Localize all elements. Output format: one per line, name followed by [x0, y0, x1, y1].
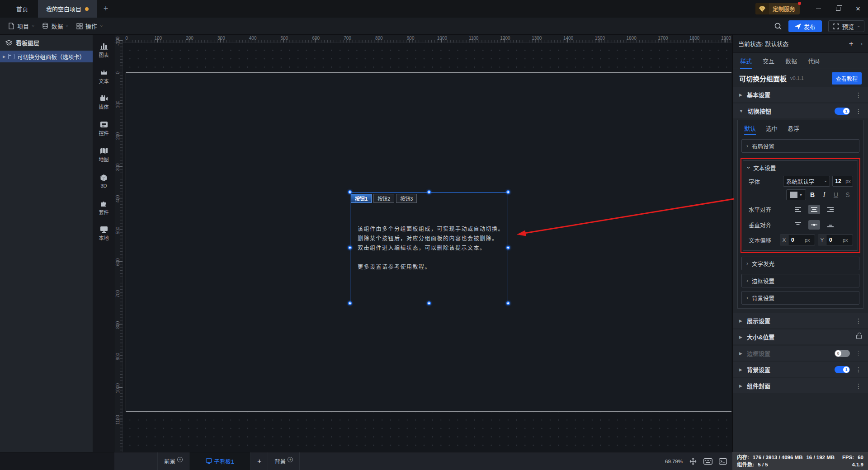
font-size-input[interactable]: 12 px	[832, 176, 853, 187]
menu-operations[interactable]: 操作›	[76, 22, 102, 30]
fit-screen-icon[interactable]	[689, 458, 697, 465]
component-toolbar: 图表 文本 媒体 控件 地图 3D 套件 本地	[93, 35, 114, 452]
caret-right-icon: ▶	[739, 351, 742, 356]
resize-handle-nw[interactable]	[348, 190, 352, 194]
resize-handle-se[interactable]	[506, 301, 510, 305]
resize-handle-sw[interactable]	[348, 301, 352, 305]
tool-3d[interactable]: 3D	[93, 169, 114, 193]
tool-media[interactable]: 媒体	[93, 91, 114, 114]
tab-interaction[interactable]: 交互	[763, 53, 774, 69]
tab-button-3[interactable]: 按钮3	[396, 194, 417, 203]
add-foreground-icon[interactable]: +	[177, 457, 183, 462]
align-top-button[interactable]	[792, 220, 804, 230]
tab-home[interactable]: 首页	[6, 0, 38, 18]
tab-button-1[interactable]: 按钮1	[351, 194, 372, 203]
section-display-settings[interactable]: ▶ 展示设置 ⋮	[733, 313, 868, 328]
font-color-picker[interactable]: ▼	[786, 189, 806, 200]
component-version: v0.1.1	[790, 75, 804, 81]
border-settings-toggle[interactable]: 0	[835, 350, 850, 357]
menu-data[interactable]: 数据›	[42, 22, 68, 30]
search-icon[interactable]	[774, 22, 782, 30]
minimize-button[interactable]	[808, 0, 828, 18]
tool-widgets[interactable]: 控件	[93, 117, 114, 141]
kebab-menu-icon[interactable]: ⋮	[855, 382, 862, 390]
tool-local[interactable]: 本地	[93, 222, 114, 245]
kebab-menu-icon[interactable]: ⋮	[855, 91, 862, 99]
tab-data[interactable]: 数据	[785, 53, 797, 69]
kebab-menu-icon[interactable]: ⋮	[855, 108, 862, 115]
resize-handle-w[interactable]	[348, 246, 352, 249]
expand-caret-icon[interactable]: ▶	[3, 55, 5, 59]
subsection-background-settings[interactable]: › 背景设置	[741, 291, 859, 305]
resize-handle-ne[interactable]	[506, 190, 510, 194]
section-switch-buttons[interactable]: ▼ 切换按钮 1 ⋮	[733, 103, 868, 118]
resize-handle-s[interactable]	[427, 301, 431, 305]
tool-charts[interactable]: 图表	[93, 38, 114, 62]
section-background-settings[interactable]: ▶ 背景设置 1 ⋮	[733, 362, 868, 377]
subsection-layout-settings[interactable]: › 布局设置	[741, 139, 859, 153]
background-settings-toggle[interactable]: 1	[835, 366, 850, 373]
text-offset-row: 文本偏移 X 0 px Y 0 px	[743, 232, 858, 248]
background-tab[interactable]: 背景 +	[268, 452, 300, 470]
tab-code[interactable]: 代码	[808, 53, 820, 69]
align-right-button[interactable]	[825, 205, 836, 214]
kebab-menu-icon[interactable]: ⋮	[855, 350, 862, 357]
preview-button[interactable]: 预览 ›	[828, 20, 864, 32]
component-count-value: 5 / 5	[758, 461, 768, 468]
tool-text[interactable]: 文本	[93, 65, 114, 88]
restore-button[interactable]	[828, 0, 848, 18]
switch-buttons-toggle[interactable]: 1	[835, 108, 850, 115]
add-background-icon[interactable]: +	[288, 457, 293, 462]
align-center-button[interactable]	[808, 205, 820, 214]
text-settings-header[interactable]: › 文本设置	[743, 161, 858, 174]
add-subboard-button[interactable]: +	[251, 452, 268, 470]
close-button[interactable]: ✕	[848, 0, 868, 18]
tab-project[interactable]: 我的空白项目	[38, 0, 97, 18]
tab-button-2[interactable]: 按钮2	[373, 194, 394, 203]
chevron-right-icon[interactable]: ›	[861, 40, 863, 47]
italic-button[interactable]: I	[819, 191, 830, 198]
lock-icon[interactable]	[856, 335, 862, 339]
tool-map[interactable]: 地图	[93, 143, 114, 167]
offset-x-input[interactable]: X 0 px	[780, 235, 815, 245]
tab-style[interactable]: 样式	[740, 53, 752, 69]
tutorial-button[interactable]: 查看教程	[832, 72, 862, 85]
subboard-tab[interactable]: 子看板1	[189, 452, 251, 470]
tool-kits[interactable]: 套件	[93, 196, 114, 219]
zoom-percentage[interactable]: 69.79%	[665, 459, 683, 464]
resize-handle-e[interactable]	[506, 246, 510, 249]
underline-button[interactable]: U	[830, 191, 841, 198]
offset-y-input[interactable]: Y 0 px	[818, 235, 853, 245]
publish-button[interactable]: 发布	[788, 20, 822, 32]
layer-item-tab-panel[interactable]: ▶ 可切换分组面板（选项卡）	[0, 51, 93, 62]
chevron-down-icon: ›	[31, 25, 36, 27]
kebab-menu-icon[interactable]: ⋮	[855, 366, 862, 373]
bold-button[interactable]: B	[807, 191, 818, 198]
align-left-button[interactable]	[792, 205, 804, 214]
section-basic-settings[interactable]: ▶ 基本设置 ⋮	[733, 87, 868, 102]
strikethrough-button[interactable]: S	[842, 191, 853, 198]
subsection-text-glow[interactable]: › 文字发光	[741, 257, 859, 270]
custom-service-button[interactable]: 定制服务	[755, 3, 800, 14]
state-tab-hover[interactable]: 悬浮	[788, 120, 799, 136]
section-border-settings[interactable]: ▶ 边框设置 0 ⋮	[733, 346, 868, 361]
add-state-button[interactable]: +	[849, 39, 854, 48]
section-size-position[interactable]: ▶ 大小&位置	[733, 329, 868, 344]
resize-handle-n[interactable]	[427, 190, 431, 194]
caret-right-icon: ▶	[739, 93, 742, 97]
state-tab-default[interactable]: 默认	[744, 120, 756, 136]
foreground-tab[interactable]: 前景 +	[158, 452, 189, 470]
chevron-down-icon[interactable]: ›	[856, 25, 861, 27]
align-bottom-button[interactable]	[825, 220, 836, 230]
tab-panel-component[interactable]: 按钮1 按钮2 按钮3 该组件由多个分组面板组成，可实现手动或自动切换。 删除某…	[350, 192, 508, 303]
state-tab-selected[interactable]: 选中	[766, 120, 778, 136]
align-middle-button[interactable]	[808, 220, 820, 230]
subsection-border-settings[interactable]: › 边框设置	[741, 274, 859, 287]
menu-project[interactable]: 项目›	[8, 22, 34, 30]
new-tab-button[interactable]: +	[97, 0, 115, 18]
section-component-cover[interactable]: ▶ 组件封面 ⋮	[733, 378, 868, 393]
kebab-menu-icon[interactable]: ⋮	[855, 317, 862, 324]
terminal-icon[interactable]	[719, 458, 727, 465]
font-family-select[interactable]: 系统默认字 ›	[783, 176, 830, 187]
keyboard-icon[interactable]	[703, 458, 712, 465]
